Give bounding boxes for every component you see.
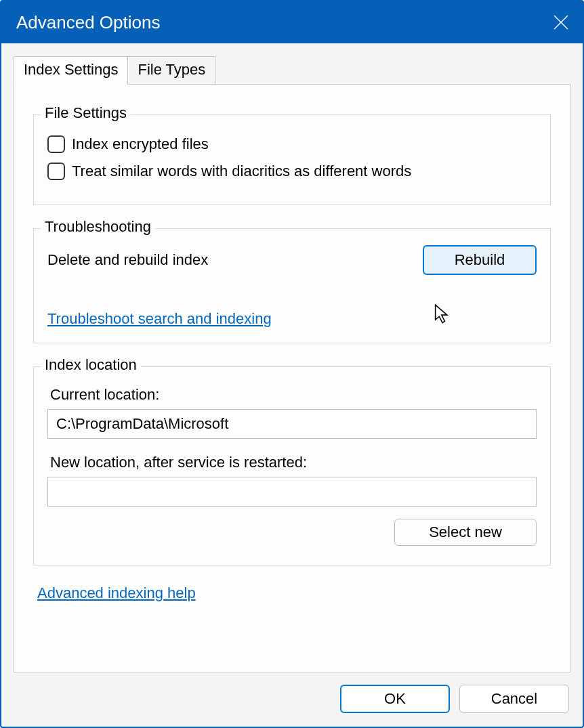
- checkbox-label-encrypted: Index encrypted files: [72, 135, 209, 153]
- checkbox-icon[interactable]: [47, 163, 65, 180]
- tab-file-types[interactable]: File Types: [127, 56, 215, 85]
- group-legend-troubleshooting: Troubleshooting: [41, 218, 155, 236]
- new-location-label: New location, after service is restarted…: [50, 454, 537, 471]
- group-troubleshooting: Troubleshooting Delete and rebuild index…: [33, 228, 551, 343]
- checkbox-label-diacritics: Treat similar words with diacritics as d…: [72, 163, 411, 180]
- tab-panel-index-settings: File Settings Index encrypted files Trea…: [14, 84, 570, 672]
- advanced-help-link[interactable]: Advanced indexing help: [37, 584, 196, 601]
- delete-rebuild-label: Delete and rebuild index: [47, 251, 208, 269]
- titlebar: Advanced Options: [1, 1, 583, 43]
- new-location-value: [47, 477, 537, 507]
- group-file-settings: File Settings Index encrypted files Trea…: [33, 114, 551, 205]
- current-location-value: C:\ProgramData\Microsoft: [47, 409, 537, 439]
- checkbox-row-encrypted[interactable]: Index encrypted files: [47, 135, 537, 153]
- rebuild-button[interactable]: Rebuild: [423, 245, 537, 275]
- checkbox-row-diacritics[interactable]: Treat similar words with diacritics as d…: [47, 163, 537, 180]
- troubleshoot-link[interactable]: Troubleshoot search and indexing: [47, 310, 272, 327]
- cursor-icon: [434, 304, 451, 327]
- tab-index-settings[interactable]: Index Settings: [14, 56, 128, 85]
- cancel-button[interactable]: Cancel: [459, 685, 569, 713]
- group-index-location: Index location Current location: C:\Prog…: [33, 366, 551, 565]
- tab-strip: Index Settings File Types: [1, 43, 583, 84]
- ok-button[interactable]: OK: [340, 685, 450, 713]
- dialog-button-row: OK Cancel: [1, 672, 583, 727]
- select-new-button[interactable]: Select new: [394, 519, 537, 546]
- group-legend-index-location: Index location: [41, 356, 141, 374]
- checkbox-icon[interactable]: [47, 135, 65, 153]
- close-icon[interactable]: [553, 14, 569, 30]
- group-legend-file-settings: File Settings: [41, 104, 131, 122]
- advanced-options-window: Advanced Options Index Settings File Typ…: [0, 0, 584, 728]
- window-title: Advanced Options: [16, 12, 160, 33]
- current-location-label: Current location:: [50, 386, 537, 404]
